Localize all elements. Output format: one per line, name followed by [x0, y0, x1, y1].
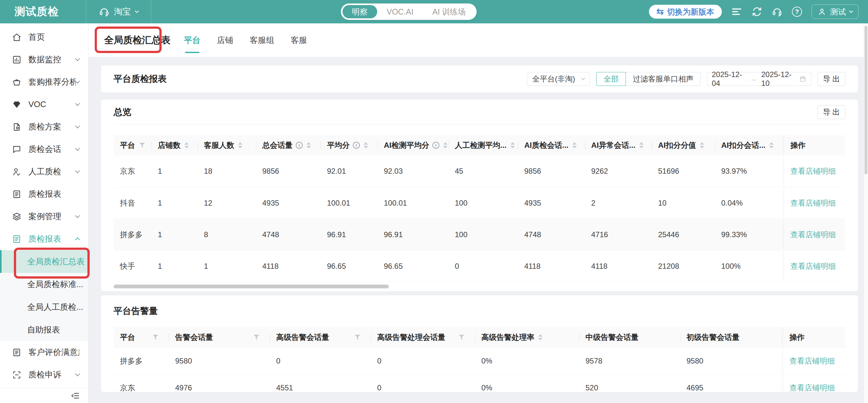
sort-icon[interactable] [572, 142, 577, 148]
user-icon [817, 7, 826, 16]
submenu-item-global-qc-standard[interactable]: 全局质检标准... [0, 273, 88, 296]
sidebar-item-customer-satisfaction[interactable]: 客户评价满意度 [0, 341, 88, 364]
sidebar-item-qc-plan[interactable]: 质检方案 [0, 116, 88, 138]
sidebar-item-manual-qc[interactable]: 人工质检 [0, 161, 88, 183]
tab-shop[interactable]: 店铺 [217, 23, 233, 57]
segment-filter-monologue-button[interactable]: 过滤客服单口相声 [626, 72, 701, 86]
info-icon[interactable] [353, 142, 360, 149]
switch-version-button[interactable]: ⇆ 切换为新版本 [649, 5, 722, 19]
view-shop-detail-link[interactable]: 查看店铺明细 [790, 166, 836, 176]
submenu-item-global-manual-qc[interactable]: 全局人工质检... [0, 296, 88, 318]
filter-segment: 全部 过滤客服单口相声 [596, 72, 701, 86]
tab-agent-group[interactable]: 客服组 [250, 23, 274, 57]
nav-tab-vocai[interactable]: VOC.AI [377, 5, 423, 18]
refresh-icon[interactable] [751, 6, 762, 17]
sort-icon[interactable] [769, 142, 774, 148]
sidebar-item-home[interactable]: 首页 [0, 26, 88, 48]
chevron-down-icon [75, 371, 80, 376]
chevron-down-icon [75, 168, 80, 173]
sort-icon[interactable] [639, 142, 644, 148]
cell-platform: 拼多多 [114, 356, 169, 366]
user-menu[interactable]: 测试 [811, 4, 859, 19]
filter-icon[interactable] [254, 335, 259, 340]
table-row: 拼多多 9580 0 0 0% 9578 9580 查看店铺明细 [114, 348, 845, 374]
sort-icon[interactable] [443, 142, 447, 148]
platform-select[interactable]: 全平台(非淘) [527, 72, 590, 86]
workspace-switcher[interactable]: 淘宝 [86, 0, 151, 23]
chevron-down-icon [75, 213, 80, 218]
chevron-down-icon [75, 146, 80, 151]
submenu-item-global-qc-summary[interactable]: 全局质检汇总表 [0, 250, 88, 273]
sort-icon[interactable] [184, 142, 189, 148]
sidebar-item-qc-report[interactable]: 质检报表 [0, 183, 88, 205]
sort-icon[interactable] [538, 334, 542, 341]
sidebar-item-qc-reports-group[interactable]: 质检报表 [0, 228, 88, 250]
sidebar-item-qc-appeal[interactable]: 质检申诉 [0, 364, 88, 386]
section-title-overview: 总览 [114, 106, 131, 118]
report-icon [12, 234, 22, 244]
table-row: 快手 1 1 4118 96.65 96.65 0 4118 4118 2120… [114, 250, 845, 282]
date-range-picker[interactable]: 2025-12-04 → 2025-12-10 [707, 72, 811, 86]
cell-platform: 拼多多 [114, 230, 152, 240]
info-icon[interactable] [432, 142, 439, 149]
alerts-card: 平台告警量 平台 告警会话量 高级告警会话量 高级告警处理会话量 高级告警处理率… [101, 295, 858, 392]
filter-icon[interactable] [355, 335, 360, 340]
sort-icon[interactable] [700, 142, 704, 148]
sidebar-item-qc-session[interactable]: 质检会话 [0, 138, 88, 161]
sidebar-item-case-management[interactable]: 案例管理 [0, 205, 88, 228]
info-icon[interactable] [296, 142, 303, 149]
scrollbar-thumb[interactable] [865, 26, 867, 174]
vertical-scrollbar[interactable] [864, 23, 868, 403]
view-shop-detail-link[interactable]: 查看店铺明细 [789, 383, 835, 392]
horizontal-scrollbar[interactable] [114, 285, 389, 288]
help-icon[interactable]: ? [792, 7, 802, 17]
section-title-platform-report: 平台质检报表 [114, 73, 167, 85]
submenu-item-self-service-report[interactable]: 自助报表 [0, 318, 88, 341]
view-shop-detail-link[interactable]: 查看店铺明细 [790, 261, 836, 271]
sort-icon[interactable] [364, 142, 368, 148]
report-icon [12, 190, 22, 199]
alerts-table-header: 平台 告警会话量 高级告警会话量 高级告警处理会话量 高级告警处理率 中级告警会… [114, 327, 845, 348]
main-area: 全局质检汇总表 平台 店铺 客服组 客服 平台质检报表 全平台(非淘) 全部 过… [88, 23, 868, 403]
headset-icon [99, 6, 110, 17]
view-shop-detail-link[interactable]: 查看店铺明细 [789, 356, 835, 366]
sidebar-item-bundle-analysis[interactable]: 套购推荐分析 [0, 71, 88, 93]
filter-icon[interactable] [140, 143, 145, 148]
overview-table-header: 平台 店铺数 客服人数 总会话量 平均分 AI检测平均分 人工检测平均... A… [114, 135, 845, 155]
nav-tab-ai-training[interactable]: AI 训练场 [423, 5, 475, 18]
nav-tab-mingcha[interactable]: 明察 [342, 5, 377, 18]
sidebar-footer [0, 388, 88, 403]
cell-platform: 抖音 [114, 198, 152, 208]
bar-chart-icon [12, 55, 22, 64]
table-scroll-area [114, 282, 845, 288]
view-shop-detail-link[interactable]: 查看店铺明细 [790, 230, 836, 240]
basket-icon [12, 77, 22, 87]
export-button[interactable]: 导 出 [817, 72, 845, 86]
overview-export-button[interactable]: 导 出 [817, 105, 845, 119]
dimension-tabs: 平台 店铺 客服组 客服 [184, 23, 307, 57]
cell-platform: 京东 [114, 166, 152, 176]
swap-arrows-icon: ⇆ [656, 7, 664, 16]
sidebar-item-data-monitor[interactable]: 数据监控 [0, 48, 88, 71]
calendar-icon [799, 75, 806, 83]
collapse-sidebar-icon[interactable] [70, 391, 81, 401]
menu-lines-icon[interactable] [731, 6, 742, 17]
filter-icon[interactable] [153, 335, 158, 340]
filter-icon[interactable] [459, 335, 464, 340]
topbar-actions: ⇆ 切换为新版本 ? [649, 0, 859, 23]
filter-card: 平台质检报表 全平台(非淘) 全部 过滤客服单口相声 2025-12-04 → … [101, 65, 858, 92]
sidebar-item-voc[interactable]: VOC [0, 93, 88, 116]
overview-card: 总览 导 出 平台 店铺数 客服人数 总会话量 平均分 AI检测平均分 人工检测… [101, 99, 858, 291]
sort-icon[interactable] [510, 142, 515, 148]
segment-all-button[interactable]: 全部 [596, 72, 626, 86]
tab-platform[interactable]: 平台 [184, 23, 200, 57]
cell-platform: 快手 [114, 261, 152, 271]
filter-controls: 全平台(非淘) 全部 过滤客服单口相声 2025-12-04 → 2025-12… [527, 72, 845, 86]
chevron-down-icon [135, 9, 139, 13]
view-shop-detail-link[interactable]: 查看店铺明细 [790, 198, 836, 208]
sort-icon[interactable] [307, 142, 311, 148]
support-headset-icon[interactable] [772, 6, 782, 17]
cell-platform: 京东 [114, 383, 169, 392]
sort-icon[interactable] [238, 142, 242, 148]
tab-agent[interactable]: 客服 [291, 23, 307, 57]
